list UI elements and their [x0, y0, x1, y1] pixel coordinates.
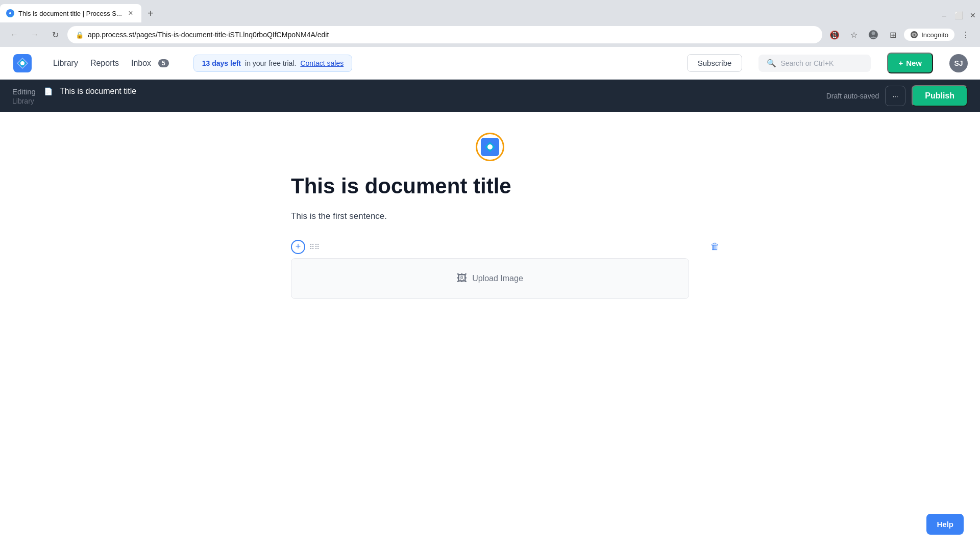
search-icon: 🔍: [767, 59, 776, 68]
url-bar[interactable]: 🔒 app.process.st/pages/This-is-document-…: [67, 26, 822, 43]
lock-icon: 🔒: [76, 31, 84, 39]
more-options-button[interactable]: ···: [885, 86, 905, 106]
editing-label: Editing: [12, 87, 36, 96]
add-block-button[interactable]: +: [291, 240, 305, 254]
new-tab-button[interactable]: +: [141, 4, 160, 22]
trial-message: in your free trial.: [245, 59, 296, 67]
app-logo[interactable]: [12, 53, 33, 73]
upload-label: Upload Image: [472, 274, 523, 283]
breadcrumb[interactable]: Library: [12, 97, 136, 105]
document-title[interactable]: This is document title: [291, 173, 689, 199]
tab-title: This is document title | Process S...: [18, 10, 122, 17]
content-area: This is document title This is the first…: [0, 112, 980, 551]
maximize-button[interactable]: ⬜: [951, 8, 966, 22]
block-controls: + ⠿⠿ 🗑: [291, 240, 689, 254]
add-icon: +: [296, 241, 301, 252]
browser-menu[interactable]: ⋮: [958, 27, 974, 43]
minimize-button[interactable]: –: [937, 8, 951, 22]
active-tab[interactable]: This is document title | Process S... ×: [0, 4, 141, 22]
doc-icon: 📄: [44, 87, 53, 95]
inbox-badge: 5: [158, 59, 169, 67]
close-button[interactable]: ✕: [966, 8, 980, 22]
url-text: app.process.st/pages/This-is-document-ti…: [88, 31, 329, 39]
forward-button[interactable]: →: [27, 27, 43, 43]
contact-sales-link[interactable]: Contact sales: [300, 59, 344, 67]
tab-bar: This is document title | Process S... × …: [0, 0, 980, 22]
upload-image-block[interactable]: 🖼 Upload Image: [291, 258, 689, 299]
profile-icon[interactable]: [865, 27, 881, 43]
address-right-controls: 📵 ☆ ⊞ Incognito ⋮: [826, 27, 974, 43]
search-bar[interactable]: 🔍 Search or Ctrl+K: [758, 55, 871, 72]
doc-logo-area: [291, 133, 689, 161]
refresh-icon: ↻: [52, 30, 59, 40]
image-icon: 🖼: [457, 272, 467, 284]
editing-bar-right: Draft auto-saved ··· Publish: [826, 85, 968, 107]
document-container: This is document title This is the first…: [260, 133, 720, 299]
doc-logo: [476, 133, 504, 161]
trash-icon: 🗑: [710, 241, 720, 252]
forward-icon: →: [31, 30, 39, 39]
new-button[interactable]: + New: [887, 53, 933, 73]
editing-bar: Editing 📄 This is document title Library…: [0, 80, 980, 112]
back-icon: ←: [10, 30, 18, 39]
svg-point-8: [487, 144, 493, 149]
nav-reports[interactable]: Reports: [86, 56, 123, 71]
publish-button[interactable]: Publish: [912, 85, 968, 107]
cast-icon[interactable]: 📵: [826, 27, 843, 43]
app-header: Library Reports Inbox 5 13 days left in …: [0, 47, 980, 80]
delete-block-button[interactable]: 🗑: [710, 241, 720, 252]
new-icon: +: [898, 59, 903, 67]
search-placeholder: Search or Ctrl+K: [780, 59, 834, 67]
svg-point-3: [872, 32, 875, 35]
help-button[interactable]: Help: [926, 514, 964, 535]
svg-point-1: [9, 12, 11, 14]
editing-bar-left: Editing 📄 This is document title Library: [12, 87, 136, 105]
address-bar: ← → ↻ 🔒 app.process.st/pages/This-is-doc…: [0, 22, 980, 47]
incognito-label: Incognito: [921, 31, 948, 39]
drag-handle[interactable]: ⠿⠿: [309, 243, 320, 251]
doc-title-bar: This is document title: [60, 87, 136, 96]
draft-status: Draft auto-saved: [826, 92, 879, 100]
nav-inbox-container: Inbox 5: [127, 56, 169, 71]
first-sentence[interactable]: This is the first sentence.: [291, 209, 689, 223]
window-controls: – ⬜ ✕: [937, 8, 980, 22]
bookmark-icon[interactable]: ☆: [846, 27, 862, 43]
nav-library[interactable]: Library: [49, 56, 82, 71]
sidebar-toggle[interactable]: ⊞: [885, 27, 901, 43]
new-label: New: [906, 59, 922, 67]
avatar[interactable]: SJ: [949, 54, 968, 72]
refresh-button[interactable]: ↻: [47, 27, 63, 43]
main-nav: Library Reports Inbox 5: [49, 56, 169, 71]
incognito-badge: Incognito: [904, 29, 954, 41]
tab-close-button[interactable]: ×: [126, 9, 135, 18]
nav-inbox[interactable]: Inbox: [127, 56, 155, 71]
tab-favicon: [6, 9, 14, 17]
svg-point-6: [20, 61, 24, 65]
browser-chrome: This is document title | Process S... × …: [0, 0, 980, 47]
back-button[interactable]: ←: [6, 27, 22, 43]
subscribe-button[interactable]: Subscribe: [687, 54, 743, 72]
trial-days: 13 days left: [202, 59, 241, 67]
trial-banner: 13 days left in your free trial. Contact…: [193, 55, 352, 72]
